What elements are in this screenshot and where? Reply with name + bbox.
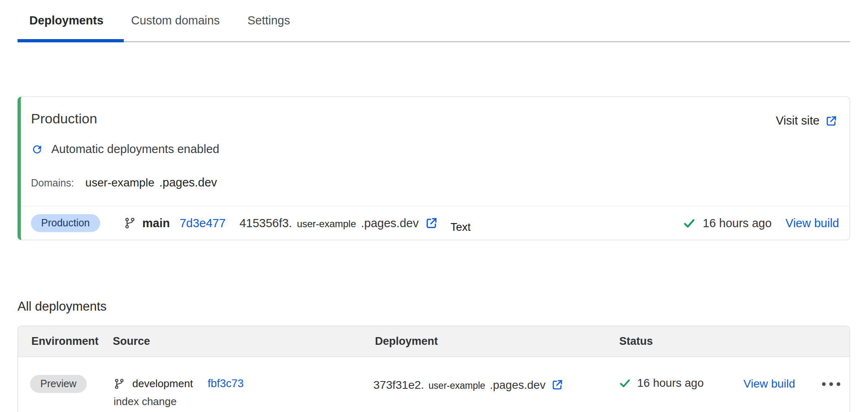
external-link-icon[interactable] bbox=[551, 377, 563, 389]
deployment-url-name: user-example bbox=[429, 380, 485, 391]
deployment-url: 415356f3. user-example .pages.dev bbox=[239, 217, 425, 230]
branch-name: main bbox=[142, 217, 170, 230]
deployment-url: 373f31e2. user-example .pages.dev bbox=[373, 377, 563, 392]
active-tab-indicator bbox=[18, 39, 124, 42]
external-link-icon bbox=[825, 115, 837, 127]
auto-deploy-status: Automatic deployments enabled bbox=[31, 142, 219, 156]
row-menu-button[interactable] bbox=[822, 382, 840, 386]
git-branch-icon bbox=[114, 378, 125, 390]
commit-message: index change bbox=[114, 395, 177, 408]
tabbar-divider bbox=[18, 41, 850, 42]
domain-name: user-example bbox=[85, 176, 155, 189]
production-deployment-row: Production main 7d3e477 415356f3. user-e… bbox=[21, 206, 850, 240]
deploy-time: 16 hours ago bbox=[703, 217, 772, 230]
production-card: Production Visit site Automatic deployme… bbox=[18, 96, 850, 240]
deployment-url-suffix: .pages.dev bbox=[361, 217, 419, 230]
production-card-title: Production bbox=[31, 111, 97, 127]
status-cell: 16 hours ago bbox=[619, 377, 704, 390]
domains-row: Domains: user-example .pages.dev bbox=[31, 176, 217, 189]
environment-badge: Preview bbox=[30, 375, 87, 393]
visit-site-link[interactable]: Visit site bbox=[776, 114, 837, 127]
auto-deploy-text: Automatic deployments enabled bbox=[51, 142, 219, 156]
deployment-url-suffix: .pages.dev bbox=[490, 379, 546, 392]
all-deployments-heading: All deployments bbox=[18, 299, 107, 314]
tab-bar: Deployments Custom domains Settings bbox=[18, 0, 850, 42]
deployments-table: Environment Source Deployment Status Pre… bbox=[18, 326, 850, 412]
commit-link[interactable]: fbf3c73 bbox=[208, 377, 244, 390]
deployment-url-name: user-example bbox=[297, 218, 356, 230]
column-source: Source bbox=[113, 326, 150, 357]
external-link-icon[interactable] bbox=[425, 217, 438, 230]
deployment-url-prefix: 415356f3. bbox=[239, 217, 292, 230]
tab-custom-domains[interactable]: Custom domains bbox=[117, 14, 234, 27]
text-annotation: Text bbox=[450, 221, 471, 234]
table-header: Environment Source Deployment Status bbox=[18, 326, 850, 357]
environment-badge: Production bbox=[31, 214, 100, 232]
tab-deployments[interactable]: Deployments bbox=[18, 14, 117, 27]
domain-suffix: .pages.dev bbox=[159, 176, 217, 189]
visit-site-label: Visit site bbox=[776, 114, 820, 127]
branch-name: development bbox=[132, 377, 193, 390]
domains-label: Domains: bbox=[31, 177, 74, 189]
table-row: Preview development index change fbf3c73… bbox=[18, 357, 850, 409]
check-icon bbox=[683, 217, 695, 229]
refresh-icon bbox=[31, 143, 43, 156]
view-build-link[interactable]: View build bbox=[743, 377, 795, 390]
deployment-url-prefix: 373f31e2. bbox=[373, 379, 424, 392]
commit-link[interactable]: 7d3e477 bbox=[180, 217, 226, 230]
tab-settings[interactable]: Settings bbox=[234, 14, 304, 27]
deployment-status-group: 16 hours ago View build bbox=[683, 206, 839, 240]
view-build-link[interactable]: View build bbox=[785, 217, 839, 230]
column-environment: Environment bbox=[31, 326, 99, 357]
column-deployment: Deployment bbox=[375, 326, 438, 357]
deploy-time: 16 hours ago bbox=[637, 377, 704, 390]
check-icon bbox=[619, 377, 631, 389]
git-branch-icon bbox=[124, 217, 136, 229]
source-cell: development bbox=[114, 377, 193, 390]
column-status: Status bbox=[619, 326, 653, 357]
